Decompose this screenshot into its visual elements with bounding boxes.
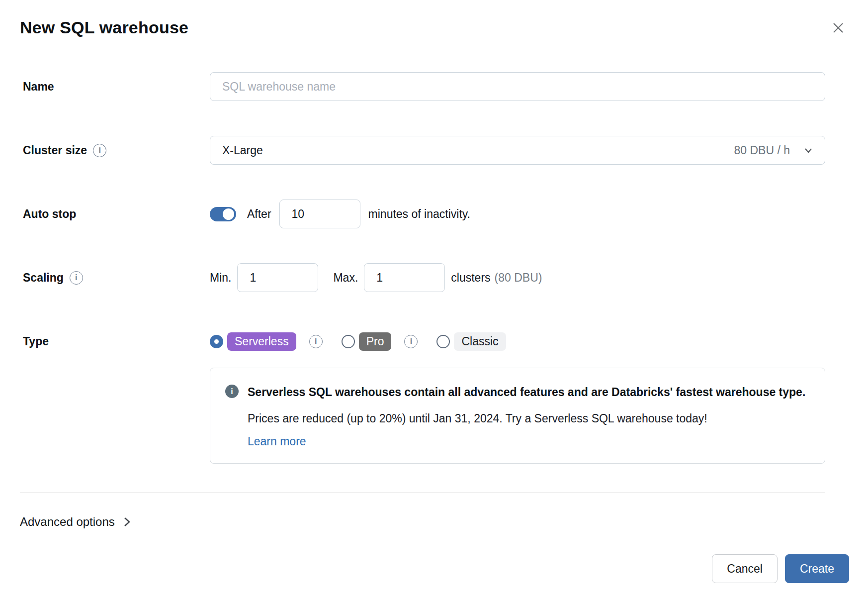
auto-stop-prefix: After (247, 207, 271, 221)
scaling-max-input[interactable] (364, 263, 445, 292)
scaling-min-label: Min. (210, 271, 231, 285)
radio-pro[interactable] (342, 335, 355, 348)
name-label-text: Name (23, 80, 54, 94)
auto-stop-row: Auto stop After minutes of inactivity. (20, 200, 825, 228)
auto-stop-control: After minutes of inactivity. (210, 200, 825, 228)
scaling-control: Min. Max. clusters (80 DBU) (210, 263, 825, 292)
scaling-row: Scaling i Min. Max. clusters (80 DBU) (20, 263, 825, 292)
serverless-info-icon[interactable]: i (309, 335, 323, 348)
banner-info-icon: i (225, 385, 239, 398)
scaling-suffix: clusters (451, 271, 490, 285)
create-button[interactable]: Create (785, 554, 849, 583)
type-control: Serverless i Pro i Classic (210, 332, 825, 351)
warehouse-name-input[interactable] (210, 72, 825, 101)
cluster-size-rate: 80 DBU / h (734, 144, 790, 157)
scaling-min-input[interactable] (237, 263, 318, 292)
close-button[interactable] (830, 20, 846, 36)
scaling-label: Scaling i (20, 271, 210, 285)
toggle-knob (223, 208, 234, 220)
type-row: Type Serverless i Pro i Classic (20, 327, 825, 356)
name-row: Name (20, 72, 825, 101)
advanced-options-toggle[interactable]: Advanced options (20, 515, 132, 529)
auto-stop-toggle[interactable] (210, 207, 236, 221)
banner-bold-text: Serverless SQL warehouses contain all ad… (248, 382, 805, 402)
classic-badge[interactable]: Classic (454, 332, 506, 351)
name-label: Name (20, 80, 210, 94)
banner-head: i Serverless SQL warehouses contain all … (225, 382, 810, 402)
auto-stop-minutes-input[interactable] (279, 200, 360, 228)
scaling-dbu-total: (80 DBU) (495, 271, 542, 285)
cluster-size-label: Cluster size i (20, 144, 210, 157)
auto-stop-suffix: minutes of inactivity. (368, 207, 470, 221)
type-label: Type (20, 335, 210, 348)
scaling-info-icon[interactable]: i (70, 271, 83, 285)
cluster-size-info-icon[interactable]: i (93, 144, 106, 157)
serverless-info-banner: i Serverless SQL warehouses contain all … (210, 368, 825, 464)
close-icon (832, 21, 845, 34)
chevron-down-icon (803, 145, 814, 156)
cluster-size-control: X-Large 80 DBU / h (210, 136, 825, 165)
name-control (210, 72, 825, 101)
pro-info-icon[interactable]: i (404, 335, 418, 348)
cluster-size-select[interactable]: X-Large 80 DBU / h (210, 136, 825, 165)
auto-stop-label-text: Auto stop (23, 207, 76, 221)
auto-stop-label: Auto stop (20, 207, 210, 221)
type-label-text: Type (23, 335, 49, 348)
learn-more-link[interactable]: Learn more (248, 435, 306, 448)
banner-body-text: Prices are reduced (up to 20%) until Jan… (248, 410, 810, 428)
section-divider (20, 493, 825, 493)
new-sql-warehouse-dialog: New SQL warehouse Name Cluster size i X-… (0, 0, 868, 607)
cancel-button[interactable]: Cancel (712, 554, 778, 583)
scaling-max-label: Max. (333, 271, 358, 285)
cluster-size-row: Cluster size i X-Large 80 DBU / h (20, 136, 825, 165)
cluster-size-label-text: Cluster size (23, 144, 87, 157)
dialog-footer: Cancel Create (712, 554, 849, 583)
warehouse-form: Name Cluster size i X-Large 80 DBU / h (20, 72, 848, 529)
dialog-title: New SQL warehouse (20, 18, 848, 37)
serverless-badge[interactable]: Serverless (227, 332, 296, 351)
chevron-right-icon (122, 516, 132, 528)
pro-badge[interactable]: Pro (359, 332, 392, 351)
radio-serverless[interactable] (210, 335, 223, 348)
scaling-label-text: Scaling (23, 271, 64, 285)
cluster-size-value: X-Large (222, 144, 734, 157)
radio-classic[interactable] (436, 335, 450, 348)
advanced-options-label: Advanced options (20, 515, 115, 529)
